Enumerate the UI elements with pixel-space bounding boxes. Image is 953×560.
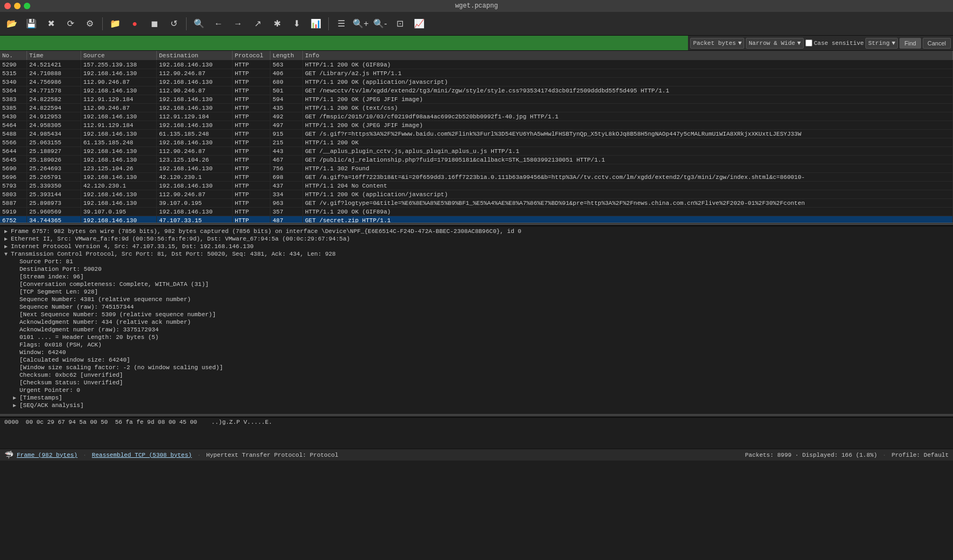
packet-row[interactable]: 5315 24.710888 192.168.146.130 112.90.24… xyxy=(0,69,953,78)
cell-info: HTTP/1.1 200 OK (text/css) xyxy=(303,104,953,112)
chart-button[interactable]: 📈 xyxy=(411,15,428,32)
sep2 xyxy=(186,17,187,30)
cell-proto: HTTP xyxy=(233,69,270,77)
packet-row[interactable]: 6752 34.744365 192.168.146.130 47.107.33… xyxy=(0,216,953,223)
packet-bytes-dropdown[interactable]: Packet bytes ▼ xyxy=(690,38,744,49)
cell-dst: 192.168.146.130 xyxy=(157,61,233,69)
filter-bar: http Packet bytes ▼ Narrow & Wide ▼ Case… xyxy=(0,36,953,51)
col-header-protocol[interactable]: Protocol xyxy=(233,51,270,60)
packet-row[interactable]: 5696 25.265791 192.168.146.130 42.120.23… xyxy=(0,173,953,182)
dropdown-arrow-icon2: ▼ xyxy=(797,40,801,46)
cell-time: 34.744365 xyxy=(27,216,81,223)
capture-options-button[interactable]: ⚙ xyxy=(81,15,98,32)
narrow-wide-dropdown[interactable]: Narrow & Wide ▼ xyxy=(746,38,803,49)
packet-row[interactable]: 5690 25.264693 123.125.104.26 192.168.14… xyxy=(0,164,953,173)
col-header-destination[interactable]: Destination xyxy=(157,51,233,60)
close-btn[interactable] xyxy=(4,3,11,9)
detail-sub-row: [Calculated window size: 64240] xyxy=(0,356,953,364)
close-capture-button[interactable]: ✖ xyxy=(42,15,59,32)
packet-row[interactable]: 5645 25.189026 192.168.146.130 123.125.1… xyxy=(0,156,953,164)
cell-len: 497 xyxy=(270,121,303,129)
reassembled-info[interactable]: Reassembled TCP (5308 bytes) xyxy=(92,452,192,458)
col-header-info[interactable]: Info xyxy=(303,51,953,60)
cell-time: 25.339350 xyxy=(27,182,81,190)
no-expand xyxy=(13,259,19,265)
cell-dst: 112.90.246.87 xyxy=(157,69,233,77)
find-button[interactable]: 🔍 xyxy=(190,15,208,32)
start-capture-button[interactable]: ● xyxy=(126,15,143,32)
zoom-in-button[interactable]: 🔍+ xyxy=(352,15,369,32)
col-header-source[interactable]: Source xyxy=(81,51,157,60)
cell-src: 192.168.146.130 xyxy=(81,173,157,181)
detail-sub-row[interactable]: ▶[SEQ/ACK analysis] xyxy=(0,402,953,409)
open-button[interactable]: 📂 xyxy=(3,15,21,32)
go-forward-button[interactable]: → xyxy=(229,15,247,32)
zoom-fit-button[interactable]: ⊡ xyxy=(391,15,408,32)
window-controls[interactable] xyxy=(4,3,30,9)
mark-button[interactable]: ✱ xyxy=(268,15,286,32)
goto-button[interactable]: ↗ xyxy=(249,15,266,32)
col-header-time[interactable]: Time xyxy=(27,51,81,60)
cell-proto: HTTP xyxy=(233,216,270,223)
packet-row[interactable]: 5488 24.985434 192.168.146.130 61.135.18… xyxy=(0,130,953,138)
packet-row[interactable]: 5919 25.960569 39.107.0.195 192.168.146.… xyxy=(0,208,953,216)
packet-row[interactable]: 5383 24.822582 112.91.129.184 192.168.14… xyxy=(0,95,953,104)
expand-arrow-icon: ▶ xyxy=(4,236,11,242)
packet-row[interactable]: 5385 24.822594 112.90.246.87 192.168.146… xyxy=(0,104,953,112)
cell-len: 357 xyxy=(270,208,303,216)
no-expand xyxy=(13,350,19,356)
detail-row[interactable]: ▶Frame 6757: 982 bytes on wire (7856 bit… xyxy=(0,228,953,235)
cell-len: 501 xyxy=(270,86,303,95)
cell-dst: 39.107.0.195 xyxy=(157,199,233,207)
detail-sub-row: Acknowledgment Number: 434 (relative ack… xyxy=(0,318,953,326)
detail-sub-row: Destination Port: 50020 xyxy=(0,265,953,273)
reload-button[interactable]: ⟳ xyxy=(62,15,79,32)
cell-time: 25.898973 xyxy=(27,199,81,207)
col-header-length[interactable]: Length xyxy=(270,51,303,60)
cell-dst: 112.91.129.184 xyxy=(157,112,233,121)
packet-row[interactable]: 5464 24.958305 112.91.129.184 192.168.14… xyxy=(0,121,953,130)
packet-row[interactable]: 5364 24.771578 192.168.146.130 112.90.24… xyxy=(0,86,953,95)
detail-sub-row[interactable]: ▶[Timestamps] xyxy=(0,394,953,402)
detail-row[interactable]: ▶Internet Protocol Version 4, Src: 47.10… xyxy=(0,243,953,250)
cell-dst: 192.168.146.130 xyxy=(157,138,233,146)
download-button[interactable]: ⬇ xyxy=(288,15,305,32)
cancel-filter-button[interactable]: Cancel xyxy=(923,38,951,49)
cell-dst: 112.90.246.87 xyxy=(157,147,233,155)
cell-info: GET /public/aj_relationship.php?fuid=179… xyxy=(303,156,953,164)
maximize-btn[interactable] xyxy=(24,3,30,9)
filter-input[interactable]: http xyxy=(3,39,685,46)
restart-capture-button[interactable]: ↺ xyxy=(165,15,182,32)
packet-row[interactable]: 5290 24.521421 157.255.139.138 192.168.1… xyxy=(0,61,953,69)
cell-len: 215 xyxy=(270,138,303,146)
zoom-out-button[interactable]: 🔍- xyxy=(372,15,389,32)
frame-info[interactable]: Frame (982 bytes) xyxy=(17,452,77,458)
packet-row[interactable]: 5793 25.339350 42.120.230.1 192.168.146.… xyxy=(0,182,953,190)
cell-info: GET /newcctv/tv/lm/xgdd/extend2/tg3/mini… xyxy=(303,86,953,95)
packet-row[interactable]: 5430 24.912953 192.168.146.130 112.91.12… xyxy=(0,112,953,121)
string-dropdown[interactable]: String ▼ xyxy=(865,38,898,49)
cell-dst: 42.120.230.1 xyxy=(157,173,233,181)
save-button[interactable]: 💾 xyxy=(23,15,40,32)
case-sensitive-checkbox[interactable] xyxy=(805,39,812,46)
go-back-button[interactable]: ← xyxy=(210,15,227,32)
packet-row[interactable]: 5644 25.188927 192.168.146.130 112.90.24… xyxy=(0,147,953,156)
find-filter-button[interactable]: Find xyxy=(899,38,921,49)
stop-capture-button[interactable]: ◼ xyxy=(145,15,163,32)
cell-len: 756 xyxy=(270,164,303,172)
minimize-btn[interactable] xyxy=(14,3,21,9)
packet-row[interactable]: 5887 25.898973 192.168.146.130 39.107.0.… xyxy=(0,199,953,208)
packet-row[interactable]: 5340 24.756986 112.90.246.87 192.168.146… xyxy=(0,78,953,86)
columns-button[interactable]: ☰ xyxy=(333,15,350,32)
packet-row[interactable]: 5566 25.063155 61.135.185.248 192.168.14… xyxy=(0,138,953,147)
col-header-no[interactable]: No. xyxy=(0,51,27,60)
graph-button[interactable]: 📊 xyxy=(307,15,325,32)
interfaces-button[interactable]: 📁 xyxy=(107,15,124,32)
detail-row[interactable]: ▶Ethernet II, Src: VMware_fa:fe:9d (00:5… xyxy=(0,235,953,243)
cell-proto: HTTP xyxy=(233,104,270,112)
cell-time: 24.771578 xyxy=(27,86,81,95)
packet-row[interactable]: 5803 25.393144 192.168.146.130 112.90.24… xyxy=(0,190,953,199)
cell-proto: HTTP xyxy=(233,164,270,172)
case-sensitive-checkbox-label[interactable]: Case sensitive xyxy=(805,39,864,46)
detail-row[interactable]: ▼Transmission Control Protocol, Src Port… xyxy=(0,250,953,258)
